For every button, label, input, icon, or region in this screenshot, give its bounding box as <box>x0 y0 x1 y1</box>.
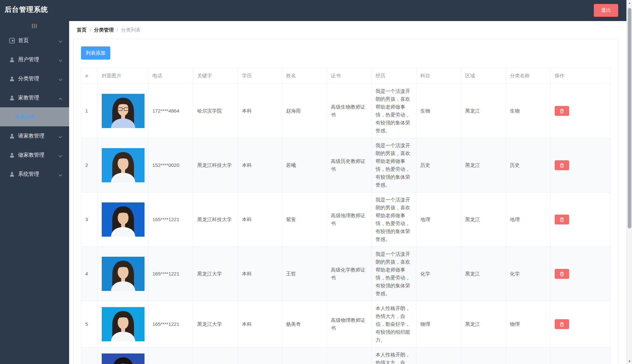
table-row: 6本人性格开朗，热情大方，自信，勤奋好学，有较强的组织能力。 <box>81 348 611 364</box>
cell-phone: 172****4864 <box>148 84 193 138</box>
cell-phone: 165****1221 <box>148 247 193 301</box>
sidebar-subitem-tutor-list[interactable]: 家教列表 <box>0 107 69 126</box>
breadcrumb: 首页/分类管理/分类列表 <box>69 21 626 39</box>
cell-education: 本科 <box>238 138 282 193</box>
column-header-num: # <box>81 68 98 84</box>
breadcrumb-item[interactable]: 首页 <box>77 27 87 33</box>
delete-button[interactable] <box>555 106 569 116</box>
cell-photo <box>98 301 148 348</box>
delete-button[interactable] <box>555 269 569 279</box>
cell-keyword: 哈尔滨学院 <box>193 84 238 138</box>
vertical-scrollbar[interactable]: ▲ ▼ <box>626 0 632 364</box>
column-header-photo: 封面图片 <box>98 68 148 84</box>
cell-category: 化学 <box>506 247 551 301</box>
sidebar-item-home[interactable]: 首页 <box>0 31 69 50</box>
breadcrumb-item: 分类列表 <box>121 27 141 33</box>
cell-category: 物理 <box>506 301 551 348</box>
tutor-photo-image <box>102 202 145 237</box>
cell-experience: 本人性格开朗，热情大方，自信，勤奋好学，有较强的组织能力。 <box>372 348 416 364</box>
cell-category: 地理 <box>506 193 551 247</box>
cell-region <box>461 348 506 364</box>
trash-icon <box>560 109 564 114</box>
breadcrumb-item[interactable]: 分类管理 <box>94 27 114 33</box>
cell-subject: 化学 <box>416 247 461 301</box>
cell-photo <box>98 138 148 193</box>
scroll-up-arrow[interactable]: ▲ <box>627 0 632 6</box>
sidebar-item-tutor-mgmt[interactable]: 家教管理 <box>0 88 69 107</box>
cell-subject <box>416 348 461 364</box>
cell-photo <box>98 247 148 301</box>
user-icon <box>9 171 15 177</box>
cell-experience: 我是一个活泼开朗的男孩，喜欢帮助老师做事情，热爱劳动，有较强的集体荣誉感。 <box>372 138 416 193</box>
cell-keyword <box>193 348 238 364</box>
scroll-down-arrow[interactable]: ▼ <box>627 358 632 364</box>
app-title: 后台管理系统 <box>5 0 48 21</box>
chevron-down-icon <box>58 154 63 158</box>
tutor-photo-image <box>102 353 145 364</box>
cell-keyword: 黑龙江大学 <box>193 247 238 301</box>
cell-keyword: 黑龙江大学 <box>193 301 238 348</box>
cell-subject: 历史 <box>416 138 461 193</box>
cell-education: 本科 <box>238 247 282 301</box>
cell-action <box>551 348 611 364</box>
cell-phone: 152****0020 <box>148 138 193 193</box>
cell-certificate <box>327 348 372 364</box>
cell-action <box>551 138 611 193</box>
column-header-name: 姓名 <box>282 68 327 84</box>
sidebar-item-be-tutor-mgmt[interactable]: 做家教管理 <box>0 145 69 165</box>
cell-certificate: 高级生物教师证书 <box>327 84 372 138</box>
column-header-subject: 科目 <box>416 68 461 84</box>
column-header-education: 学历 <box>238 68 282 84</box>
home-icon <box>9 38 15 44</box>
scrollbar-thumb[interactable] <box>628 8 631 228</box>
cell-subject: 生物 <box>416 84 461 138</box>
user-icon <box>9 76 15 82</box>
cell-photo <box>98 348 148 364</box>
trash-icon <box>560 272 564 276</box>
cell-region: 黑龙江 <box>461 301 506 348</box>
cell-education: 本科 <box>238 193 282 247</box>
chevron-down-icon <box>58 59 63 63</box>
cell-keyword: 黑龙江科技大学 <box>193 193 238 247</box>
cell-action <box>551 193 611 247</box>
cell-action <box>551 301 611 348</box>
cell-num: 1 <box>81 84 98 138</box>
trash-icon <box>560 163 564 168</box>
cell-photo <box>98 84 148 138</box>
column-header-region: 区域 <box>461 68 506 84</box>
sidebar-item-system-mgmt[interactable]: 系统管理 <box>0 165 69 184</box>
sidebar-item-request-tutor-mgmt[interactable]: 请家教管理 <box>0 126 69 145</box>
cell-certificate: 高级物理教师证书 <box>327 301 372 348</box>
top-header: 后台管理系统 退出 <box>0 0 632 21</box>
cell-education <box>238 348 282 364</box>
sidebar-item-user-mgmt[interactable]: 用户管理 <box>0 50 69 69</box>
cell-action <box>551 247 611 301</box>
cell-certificate: 高级历史教师证书 <box>327 138 372 193</box>
tutor-photo-image <box>102 307 145 341</box>
cell-num: 2 <box>81 138 98 193</box>
logout-button[interactable]: 退出 <box>594 4 618 17</box>
chevron-down-icon <box>58 135 63 139</box>
column-header-phone: 电话 <box>148 68 193 84</box>
add-list-button[interactable]: 列表添加 <box>81 46 110 60</box>
table-row: 5165****1221黑龙江大学本科杨美奇高级物理教师证书本人性格开朗，热情大… <box>81 301 611 348</box>
cell-education: 本科 <box>238 301 282 348</box>
cell-name: 紫萱 <box>282 193 327 247</box>
delete-button[interactable] <box>555 160 569 170</box>
sidebar-item-label: 请家教管理 <box>18 133 44 140</box>
cell-certificate: 高级化学教师证书 <box>327 247 372 301</box>
chevron-down-icon <box>58 173 63 177</box>
sidebar-collapse-toggle[interactable]: ||| <box>0 21 69 31</box>
cell-num: 6 <box>81 348 98 364</box>
cell-region: 黑龙江 <box>461 84 506 138</box>
cell-region: 黑龙江 <box>461 138 506 193</box>
cell-education: 本科 <box>238 84 282 138</box>
sidebar-item-category-mgmt[interactable]: 分类管理 <box>0 69 69 88</box>
cell-subject: 地理 <box>416 193 461 247</box>
delete-button[interactable] <box>555 215 569 224</box>
cell-name: 杨美奇 <box>282 301 327 348</box>
cell-keyword: 黑龙江科技大学 <box>193 138 238 193</box>
tutor-photo <box>102 148 145 182</box>
cell-name <box>282 348 327 364</box>
delete-button[interactable] <box>555 319 569 329</box>
